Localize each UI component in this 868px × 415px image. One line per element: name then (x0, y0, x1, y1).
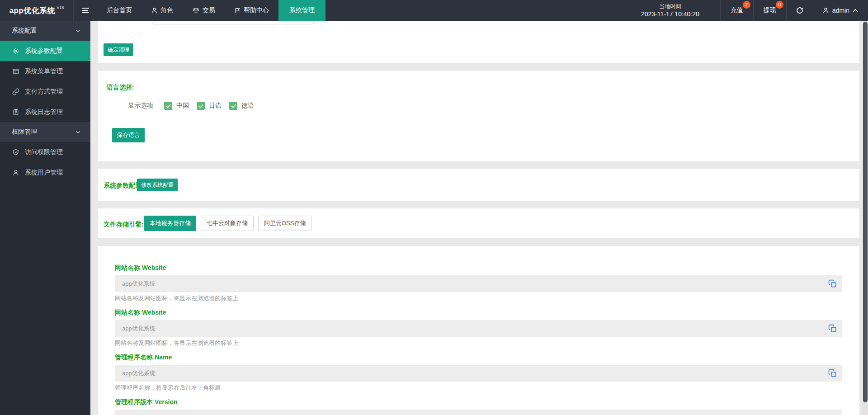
language-select-label: 语言选择: (107, 84, 134, 92)
chevron-down-icon (75, 29, 80, 33)
settings-form-card: 网站名称 Website 网站名称及网站图标，将显示在浏览器的标签上 网站名称 … (98, 245, 860, 415)
copy-icon[interactable] (828, 369, 837, 377)
user-icon (12, 169, 19, 176)
recharge-badge: 2 (743, 1, 750, 9)
refresh-icon[interactable] (786, 0, 813, 21)
website-name-input-1[interactable] (115, 275, 842, 292)
copy-icon[interactable] (828, 279, 837, 288)
sidebar-item-access-permissions[interactable]: 访问权限管理 (0, 142, 90, 162)
sidebar-item-system-menus[interactable]: 系统菜单管理 (0, 61, 90, 81)
username: admin (832, 7, 849, 14)
sidebar-item-system-users[interactable]: 系统用户管理 (0, 162, 90, 183)
storage-option-aliyun-oss-button[interactable]: 阿里云OSS存储 (258, 216, 311, 231)
local-time: 当地时间 2023-11-17 10:40:20 (620, 0, 720, 21)
nav-item-help-center[interactable]: 帮助中心 (225, 0, 278, 21)
chevron-up-icon (853, 9, 858, 12)
sidebar-item-system-params[interactable]: 系统参数配置 (0, 41, 90, 61)
sidebar-group-permissions[interactable]: 权限管理 (0, 122, 90, 142)
modify-system-config-button[interactable]: 修改系统配置 (137, 179, 178, 191)
cleanup-card: 确定清理 (98, 21, 860, 64)
clipboard-icon (12, 108, 19, 116)
language-options-row: 显示选项 中国 日语 德语 (128, 100, 262, 111)
menu-toggle-icon[interactable] (74, 0, 97, 21)
checkbox-checked-icon[interactable] (229, 102, 237, 110)
form-field-admin-name: 管理程序名称 Name 管理程序名称，将显示在后台左上角标题 (115, 354, 842, 391)
field-label: 管理程序版本 Version (115, 398, 842, 406)
sidebar-item-payment-methods[interactable]: 支付方式管理 (0, 81, 90, 102)
storage-option-qiniu-button[interactable]: 七牛云对象存储 (201, 216, 254, 231)
checkbox-checked-icon[interactable] (197, 102, 205, 110)
local-time-value: 2023-11-17 10:40:20 (641, 10, 699, 18)
storage-options-row: 本地服务器存储 七牛云对象存储 阿里云OSS存储 (144, 216, 311, 231)
save-language-button[interactable]: 保存语言 (112, 128, 145, 142)
sidebar-item-system-logs[interactable]: 系统日志管理 (0, 102, 90, 122)
scales-icon (192, 7, 200, 14)
confirm-cleanup-button[interactable]: 确定清理 (104, 43, 133, 56)
app-root: app优化系统 V18 后台首页 角色 交易 (0, 0, 868, 415)
topbar: app优化系统 V18 后台首页 角色 交易 (0, 0, 868, 21)
main-content: 确定清理 语言选择: 显示选项 中国 日语 (90, 21, 862, 415)
local-time-label: 当地时间 (659, 3, 681, 10)
language-card: 语言选择: 显示选项 中国 日语 (98, 70, 860, 162)
withdraw-button[interactable]: 提现 0 (753, 0, 786, 21)
admin-name-input[interactable] (115, 365, 842, 382)
nav-item-roles[interactable]: 角色 (142, 0, 183, 21)
sidebar: 系统配置 系统参数配置 系统菜单管理 支付方式管理 (0, 21, 90, 415)
field-label: 网站名称 Website (115, 264, 842, 272)
storage-option-local-button[interactable]: 本地服务器存储 (144, 216, 196, 231)
field-label: 网站名称 Website (115, 309, 842, 316)
language-option-japanese[interactable]: 日语 (197, 102, 222, 110)
page-scrollbar[interactable] (862, 21, 868, 415)
nav-item-system-management[interactable]: 系统管理 (278, 0, 326, 21)
withdraw-badge: 0 (776, 1, 783, 9)
topbar-right: 当地时间 2023-11-17 10:40:20 充值 2 提现 0 admin (620, 0, 868, 21)
admin-version-input[interactable] (115, 410, 842, 415)
gear-icon (12, 47, 19, 55)
user-icon (151, 7, 158, 14)
field-hint: 网站名称及网站图标，将显示在浏览器的标签上 (115, 340, 842, 347)
storage-engine-label: 文件存储引擎: (104, 221, 144, 229)
app-logo: app优化系统 V18 (0, 0, 74, 21)
link-icon (12, 88, 19, 95)
website-name-input-2[interactable] (115, 320, 842, 337)
nav-item-dashboard[interactable]: 后台首页 (97, 0, 142, 21)
clipped-input[interactable] (152, 21, 314, 24)
form-field-website-name-2: 网站名称 Website 网站名称及网站图标，将显示在浏览器的标签上 (115, 309, 842, 347)
copy-icon[interactable] (828, 324, 837, 333)
shield-check-icon (12, 149, 19, 156)
sidebar-group-system-config[interactable]: 系统配置 (0, 21, 90, 41)
app-version: V18 (57, 5, 64, 10)
field-hint: 网站名称及网站图标，将显示在浏览器的标签上 (115, 295, 842, 302)
app-title: app优化系统 (9, 5, 56, 16)
form-field-admin-version: 管理程序版本 Version (115, 398, 842, 415)
form-field-website-name-1: 网站名称 Website 网站名称及网站图标，将显示在浏览器的标签上 (115, 264, 842, 302)
language-option-german[interactable]: 德语 (229, 102, 254, 110)
user-menu[interactable]: admin (813, 0, 868, 21)
chevron-down-icon (75, 131, 80, 134)
field-label: 管理程序名称 Name (115, 354, 842, 361)
nav-item-transactions[interactable]: 交易 (183, 0, 225, 21)
top-navigation: 后台首页 角色 交易 帮助中心 系统管理 (97, 0, 326, 21)
system-param-card: 系统参数配置: 修改系统配置 (98, 168, 860, 201)
checkbox-checked-icon[interactable] (164, 102, 172, 110)
display-options-label: 显示选项 (128, 102, 153, 110)
language-option-china[interactable]: 中国 (164, 102, 189, 110)
window-icon (12, 68, 19, 75)
field-hint: 管理程序名称，将显示在后台左上角标题 (115, 384, 842, 391)
recharge-button[interactable]: 充值 2 (720, 0, 753, 21)
storage-engine-card: 文件存储引擎: 本地服务器存储 七牛云对象存储 阿里云OSS存储 (98, 208, 860, 238)
scrollbar-thumb[interactable] (863, 22, 868, 402)
user-icon (822, 7, 829, 14)
flag-icon (234, 7, 241, 14)
